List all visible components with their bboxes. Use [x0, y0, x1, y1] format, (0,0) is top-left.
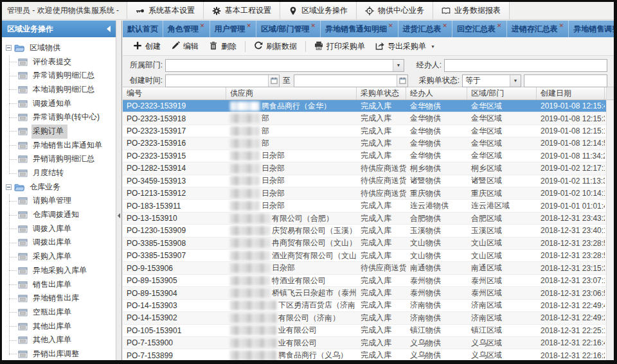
status-cell: 完成入库 [357, 287, 406, 299]
close-tab-icon[interactable]: ✕ [388, 22, 393, 29]
handler-input[interactable] [444, 59, 607, 72]
department-select[interactable]: ▼ [165, 59, 404, 72]
tree-item[interactable]: 异销请购明细汇总 [9, 153, 116, 167]
table-row[interactable]: PO-2323-153917部完成入库金华物供金华区域2019-01-08 12… [123, 125, 614, 137]
chevron-down-icon[interactable]: ▼ [393, 60, 404, 71]
tree-item[interactable]: 空瓶出库单 [9, 306, 116, 320]
tree-item[interactable]: 销售出库单 [9, 278, 116, 292]
column-header[interactable]: 创建日期 [537, 87, 605, 100]
collapse-sidebar-icon[interactable] [107, 26, 111, 32]
tab-进货汇总表[interactable]: 进货汇总表✕ [398, 21, 453, 37]
menu-button-business-data-reports[interactable]: 业务数据报表 [433, 2, 510, 19]
tree-item[interactable]: 异地采购入库单 [9, 264, 116, 278]
column-header[interactable]: 编号 [123, 87, 226, 100]
status-value-input[interactable] [524, 74, 607, 87]
table-row[interactable]: PO-3459-153913日杂部待供应商送货诸暨物供诸暨区域2019-01-0… [123, 175, 614, 187]
menu-button-regional-business-ops[interactable]: 区域业务操作 [280, 2, 357, 19]
tree-item[interactable]: 本地请购明细汇总 [9, 83, 116, 97]
table-row[interactable]: PO-89-153905特酒业有限公司完成入库泰州物供泰州区域2018-12-3… [123, 275, 614, 287]
table-row[interactable]: PO-1213-153912日杂部待供应商送货重庆物供重庆区域2019-01-0… [123, 187, 614, 200]
chevron-down-icon[interactable]: ▼ [510, 75, 521, 87]
tree-item[interactable]: 请购单管理 [9, 195, 116, 209]
status-operator-select[interactable]: 等于 ▼ [462, 74, 521, 87]
tree-item[interactable]: 其他入库单 [9, 333, 116, 347]
tree-folder[interactable]: 仓库业务 [6, 180, 116, 195]
table-row[interactable]: PO-1282-153914日杂部待供应商送货桐乡物供桐乡区域2019-01-0… [123, 162, 614, 175]
tab-用户管理[interactable]: 用户管理✕ [210, 21, 257, 37]
table-row[interactable]: PO-14-153903下区勇清百货店（济南）完成入库济南物供济南区域2018-… [123, 300, 614, 312]
tree-item[interactable]: 月度结转 [9, 166, 116, 180]
tool-btn-label: 打印采购单 [326, 41, 365, 52]
tree-item[interactable]: 采购订单 [9, 125, 116, 139]
table-row[interactable]: PO-2323-153919腾食品商行（金华）完成入库金华物供金华区域2019-… [123, 100, 614, 112]
tab-默认首页[interactable]: 默认首页 [123, 21, 163, 37]
refresh-button[interactable]: 刷新数据 [249, 39, 302, 54]
close-tab-icon[interactable]: ✕ [497, 22, 502, 29]
table-row[interactable]: PO-7-153899腾食品商行（义乌）完成入库义乌物供义乌区域2018-12-… [123, 349, 614, 360]
table-row[interactable]: PO-89-153904桥镇飞云日杂超市（泰州）完成入库泰州物供泰州区域2018… [123, 287, 614, 299]
close-tab-icon[interactable]: ✕ [443, 22, 448, 29]
table-row[interactable]: PO-14-153902有限公司（济南）完成入库济南物供济南区域2018-12-… [123, 312, 614, 324]
table-row[interactable]: PO-105-153901业有限公司完成入库镇江物供镇江区域2018-12-31… [123, 325, 614, 337]
tree-item[interactable]: 仓库调拨通知 [9, 208, 116, 222]
supplier-text: 日杂部 [262, 188, 285, 199]
menu-button-basic-project-settings[interactable]: 基本工程设置 [204, 2, 280, 19]
tree-item[interactable]: 采购入库单 [9, 250, 116, 264]
close-tab-icon[interactable]: ✕ [310, 22, 316, 29]
calendar-icon[interactable] [397, 75, 407, 87]
print-po-button[interactable]: 打印采购单 [309, 39, 370, 54]
column-header[interactable]: 供应商 [226, 87, 357, 100]
tree-folder[interactable]: 区域物供 [6, 41, 116, 55]
menu-button-system-basic-settings[interactable]: 系统基本设置 [127, 2, 204, 19]
table-row[interactable]: PO-2323-153918部完成入库金华物供金华区域2019-01-08 12… [123, 112, 614, 125]
column-header[interactable]: 经办人 [406, 87, 467, 100]
supplier-text: 腾食品商行（义乌） [278, 350, 348, 360]
export-po-button[interactable]: 导出采购单▼ [370, 39, 440, 54]
tab-回空汇总表[interactable]: 回空汇总表✕ [452, 21, 507, 37]
expand-collapse-box[interactable] [6, 45, 12, 51]
table-row[interactable]: PO-3385-153908冉商贸有限公司（文山）完成入库文山物供文山区域201… [123, 238, 614, 250]
close-tab-icon[interactable]: ✕ [200, 22, 205, 29]
redacted-blur [230, 139, 260, 148]
edit-button[interactable]: 编辑 [166, 39, 204, 54]
status-cell: 待供应商送货 [357, 187, 406, 199]
tree-item[interactable]: 调拨通知单 [9, 97, 116, 111]
tab-异地销售通知明细[interactable]: 异地销售通知明细✕ [321, 21, 398, 37]
table-row[interactable]: PO-9-153906日杂部待供应商送货南通物供南通区域2018-12-31 2… [123, 262, 614, 274]
tab-区域/部门管理[interactable]: 区域/部门管理✕ [256, 21, 321, 37]
tree-item[interactable]: 调拨出库单 [9, 236, 116, 250]
table-row[interactable]: PO-13-153910有限公司（合肥）完成入库合肥物供合肥区域2018-12-… [123, 212, 614, 225]
redacted-blur [230, 288, 270, 298]
tree-item[interactable]: 其他出库单 [9, 320, 116, 334]
date-from-input[interactable] [165, 74, 280, 87]
table-row[interactable]: PO-7-153900业有限公司完成入库义乌物供义乌区域2018-12-31 2… [123, 337, 614, 349]
calendar-icon[interactable] [268, 75, 279, 87]
create-button[interactable]: 创建 [128, 39, 166, 54]
table-row[interactable]: PO-1230-153909庆贸易有限公司（玉溪）完成入库玉溪物供玉溪区域201… [123, 225, 614, 237]
column-header[interactable]: 采购单状态 [357, 87, 406, 100]
column-header[interactable]: 区域/部门 [467, 87, 537, 100]
tab-角色管理[interactable]: 角色管理✕ [163, 21, 210, 37]
tree-item[interactable]: 异销出库调整 [9, 347, 116, 360]
tree-item[interactable]: 异常请购明细汇总 [9, 69, 116, 83]
vertical-scrollbar[interactable] [606, 87, 614, 360]
po-number-cell: PO-2323-153919 [123, 100, 226, 112]
table-row[interactable]: PO-183-153911日杂部完成入库连云港物供连云港区域2019-01-01… [123, 200, 614, 212]
expand-collapse-box[interactable] [6, 184, 12, 190]
table-row[interactable]: PO-2323-153915日杂部完成入库金华物供金华区域2019-01-08 … [123, 150, 614, 162]
date-to-input[interactable] [294, 74, 408, 87]
tree-item[interactable]: 调拨入库单 [9, 222, 116, 236]
table-row[interactable]: PO-3385-153907酒业商贸有限公司（文山）完成入库文山物供文山区域20… [123, 250, 614, 262]
delete-button[interactable]: 删除 [204, 39, 242, 54]
menu-button-supply-center-business[interactable]: 物供中心业务 [357, 2, 433, 19]
tab-进销存汇总表[interactable]: 进销存汇总表✕ [507, 21, 569, 37]
tree-item[interactable]: 异常请购单(转中心) [9, 110, 116, 125]
table-row[interactable]: PO-2323-153916部完成入库金华物供金华区域2019-01-08 12… [123, 137, 614, 150]
close-tab-icon[interactable]: ✕ [559, 22, 564, 29]
tab-异地销售调整明细[interactable]: 异地销售调整明细✕ [569, 21, 614, 37]
tree-item[interactable]: 评价表提交 [9, 55, 116, 69]
close-tab-icon[interactable]: ✕ [247, 22, 252, 29]
tree-item[interactable]: 异地销售出库通知单 [9, 139, 116, 153]
tree-item[interactable]: 异地销售出库 [9, 291, 116, 306]
sidebar-splitter[interactable] [116, 21, 122, 360]
